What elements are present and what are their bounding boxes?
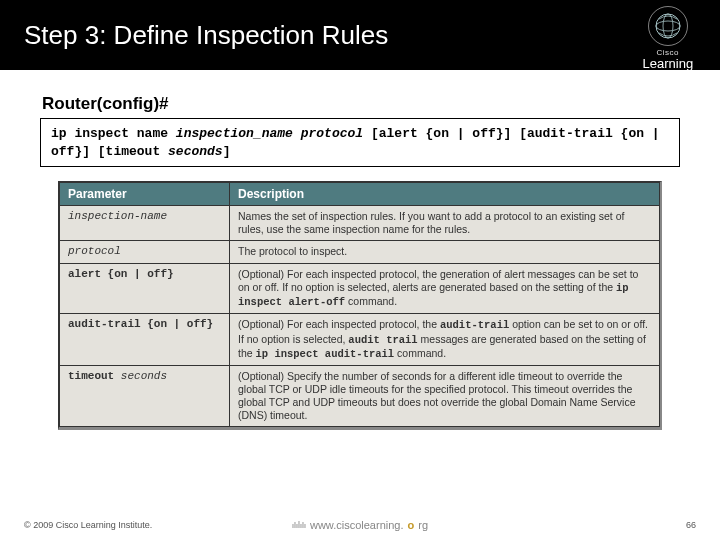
table-header-row: Parameter Description — [60, 183, 660, 206]
cmd-arg-protocol: protocol — [301, 126, 363, 141]
cmd-arg-seconds: seconds — [168, 144, 223, 159]
cmd-options-1: [alert {on | off}] [audit-trail — [371, 126, 613, 141]
table-row: timeout seconds(Optional) Specify the nu… — [60, 365, 660, 427]
brand-cisco: Cisco — [634, 48, 702, 57]
cmd-arg-name: inspection_name — [176, 126, 293, 141]
param-cell: alert {on | off} — [60, 264, 230, 314]
page-number: 66 — [686, 520, 696, 530]
cisco-bars-icon — [292, 520, 306, 530]
parameters-table: Parameter Description inspection-nameNam… — [58, 181, 662, 430]
cmd-keyword: ip inspect name — [51, 126, 168, 141]
command-syntax-box: ip inspect name inspection_name protocol… — [40, 118, 680, 167]
svg-point-1 — [656, 21, 680, 31]
globe-icon — [648, 6, 688, 46]
svg-point-2 — [663, 14, 673, 38]
copyright-text: © 2009 Cisco Learning Institute. — [24, 520, 152, 530]
cli-prompt: Router(config)# — [42, 94, 680, 114]
col-description: Description — [230, 183, 660, 206]
slide-footer: © 2009 Cisco Learning Institute. www.cis… — [24, 520, 696, 530]
title-bar: Step 3: Define Inspection Rules Cisco Le… — [0, 0, 720, 70]
table-row: alert {on | off}(Optional) For each insp… — [60, 264, 660, 314]
param-cell: audit-trail {on | off} — [60, 314, 230, 365]
desc-cell: (Optional) Specify the number of seconds… — [230, 365, 660, 427]
param-cell: timeout seconds — [60, 365, 230, 427]
brand-logo: Cisco Learning INSTITUTE — [634, 6, 702, 81]
desc-cell: (Optional) For each inspected protocol, … — [230, 264, 660, 314]
brand-learning: Learning — [634, 57, 702, 70]
table-row: protocolThe protocol to inspect. — [60, 241, 660, 264]
cmd-close: ] — [223, 144, 231, 159]
desc-cell: (Optional) For each inspected protocol, … — [230, 314, 660, 365]
slide-body: Router(config)# ip inspect name inspecti… — [0, 70, 720, 430]
brand-institute: INSTITUTE — [634, 72, 702, 81]
table-row: audit-trail {on | off}(Optional) For eac… — [60, 314, 660, 365]
svg-point-0 — [656, 14, 680, 38]
param-cell: protocol — [60, 241, 230, 264]
desc-cell: The protocol to inspect. — [230, 241, 660, 264]
param-cell: inspection-name — [60, 206, 230, 241]
desc-cell: Names the set of inspection rules. If yo… — [230, 206, 660, 241]
slide-title: Step 3: Define Inspection Rules — [24, 20, 388, 51]
footer-url: www.ciscolearning.org — [292, 519, 428, 531]
table-row: inspection-nameNames the set of inspecti… — [60, 206, 660, 241]
col-parameter: Parameter — [60, 183, 230, 206]
